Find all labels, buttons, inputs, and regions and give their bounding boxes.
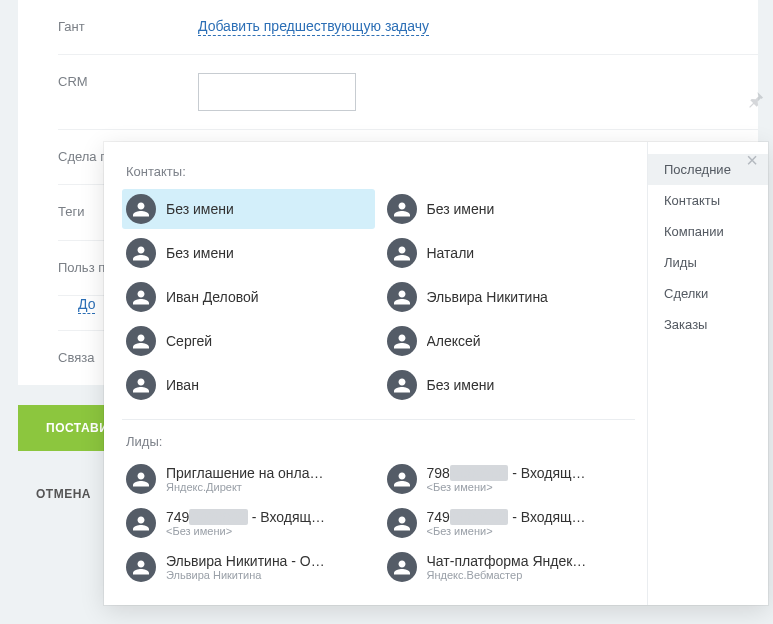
contact-item[interactable]: Иван Деловой xyxy=(122,277,375,317)
popover-side-tabs: ПоследниеКонтактыКомпанииЛидыСделкиЗаказ… xyxy=(648,142,768,605)
person-icon xyxy=(387,464,417,494)
contact-item[interactable]: Иван xyxy=(122,365,375,405)
item-subtitle: <Без имени> xyxy=(166,525,325,537)
side-tab-Компании[interactable]: Компании xyxy=(648,216,768,247)
item-subtitle: Яндекс.Вебмастер xyxy=(427,569,587,581)
person-icon xyxy=(387,194,417,224)
item-name: Эльвира Никитина xyxy=(427,289,548,305)
close-icon[interactable]: × xyxy=(746,150,758,170)
person-icon xyxy=(387,370,417,400)
person-icon xyxy=(387,552,417,582)
person-icon xyxy=(126,238,156,268)
item-subtitle: <Без имени> xyxy=(427,481,586,493)
cancel-button[interactable]: ОТМЕНА xyxy=(18,475,109,513)
row-gantt: Гант Добавить предшествующую задачу xyxy=(58,0,758,55)
item-name: Иван Деловой xyxy=(166,289,259,305)
label-crm: CRM xyxy=(58,73,198,91)
popover-main: Контакты: Без имениБез имениБез имениНат… xyxy=(104,142,648,605)
lead-item[interactable]: Чат-платформа Яндек…Яндекс.Вебмастер xyxy=(383,547,636,587)
item-name: Сергей xyxy=(166,333,212,349)
add-userfield-link[interactable]: До xyxy=(78,296,95,314)
side-tab-Сделки[interactable]: Сделки xyxy=(648,278,768,309)
person-icon xyxy=(387,326,417,356)
pin-icon[interactable] xyxy=(747,90,765,108)
person-icon xyxy=(387,508,417,538)
person-icon xyxy=(387,282,417,312)
contact-item[interactable]: Эльвира Никитина xyxy=(383,277,636,317)
item-name: Без имени xyxy=(166,245,234,261)
item-name: Алексей xyxy=(427,333,481,349)
item-name: Приглашение на онлай… xyxy=(166,465,326,481)
person-icon xyxy=(126,370,156,400)
row-crm: CRM xyxy=(58,55,758,130)
gantt-add-predecessor-link[interactable]: Добавить предшествующую задачу xyxy=(198,18,429,36)
section-title-leads: Лиды: xyxy=(126,434,647,449)
side-tab-Заказы[interactable]: Заказы xyxy=(648,309,768,340)
lead-item[interactable]: Эльвира Никитина - О…Эльвира Никитина xyxy=(122,547,375,587)
contact-item[interactable]: Натали xyxy=(383,233,636,273)
contact-item[interactable]: Алексей xyxy=(383,321,636,361)
item-name: Эльвира Никитина - О… xyxy=(166,553,325,569)
crm-entity-popover: × Контакты: Без имениБез имениБез имениН… xyxy=(104,142,768,605)
person-icon xyxy=(126,464,156,494)
contact-item[interactable]: Без имени xyxy=(122,233,375,273)
item-subtitle: <Без имени> xyxy=(427,525,586,537)
lead-item[interactable]: Приглашение на онлай…Яндекс.Директ xyxy=(122,459,375,499)
side-tab-Лиды[interactable]: Лиды xyxy=(648,247,768,278)
side-tab-Контакты[interactable]: Контакты xyxy=(648,185,768,216)
person-icon xyxy=(126,326,156,356)
person-icon xyxy=(126,194,156,224)
divider xyxy=(122,419,635,420)
person-icon xyxy=(126,552,156,582)
person-icon xyxy=(126,508,156,538)
item-name: Без имени xyxy=(427,201,495,217)
contact-item[interactable]: Без имени xyxy=(383,189,636,229)
section-title-contacts: Контакты: xyxy=(126,164,647,179)
person-icon xyxy=(387,238,417,268)
person-icon xyxy=(126,282,156,312)
contact-item[interactable]: Сергей xyxy=(122,321,375,361)
item-name: Без имени xyxy=(427,377,495,393)
item-name: Иван xyxy=(166,377,199,393)
contact-item[interactable]: Без имени xyxy=(383,365,636,405)
item-name: Чат-платформа Яндек… xyxy=(427,553,587,569)
crm-search-input[interactable] xyxy=(198,73,356,111)
lead-item[interactable]: 7490000000 - Входящ…<Без имени> xyxy=(122,503,375,543)
item-subtitle: Яндекс.Директ xyxy=(166,481,326,493)
lead-item[interactable]: 7980000000 - Входящ…<Без имени> xyxy=(383,459,636,499)
item-name: Без имени xyxy=(166,201,234,217)
lead-item[interactable]: 7490000000 - Входящ…<Без имени> xyxy=(383,503,636,543)
contact-item[interactable]: Без имени xyxy=(122,189,375,229)
label-gantt: Гант xyxy=(58,18,198,36)
item-name: Натали xyxy=(427,245,475,261)
item-subtitle: Эльвира Никитина xyxy=(166,569,325,581)
